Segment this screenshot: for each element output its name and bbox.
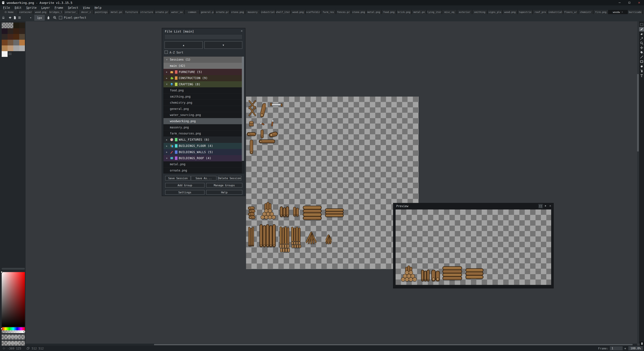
menu-file[interactable]: File [1, 6, 12, 10]
chevron-right-icon[interactable]: ▶ [165, 151, 168, 153]
palette-color[interactable] [8, 34, 14, 40]
palette-color[interactable] [13, 28, 19, 34]
list-row-buildings-roof-4-[interactable]: ▼BUILDINGS_ROOF (4) [164, 155, 242, 161]
palette-color[interactable] [8, 23, 14, 28]
file-row-ornate-png[interactable]: ornate.png [164, 167, 242, 173]
vertical-scrollbar-thumb[interactable] [637, 74, 639, 151]
gradient-picker-dot[interactable] [1, 271, 3, 273]
tab-brick-png[interactable]: brick.png [396, 10, 412, 14]
tab-furniture[interactable]: furniture [124, 10, 139, 14]
palette-color[interactable] [19, 28, 25, 34]
tab-wood-png[interactable]: wood.png [291, 10, 306, 14]
list-row-buildings-floor-4-[interactable]: ▶BUILDINGS_FLOOR (4) [164, 143, 242, 149]
palette-color[interactable] [2, 51, 8, 57]
document-icon[interactable] [13, 16, 17, 20]
tool-text[interactable] [639, 73, 644, 78]
tool-eraser[interactable] [639, 32, 644, 36]
play-icon[interactable] [544, 205, 547, 207]
save-as--button[interactable]: Save As... [191, 176, 216, 181]
pixel-perfect-checkbox[interactable] [59, 16, 62, 19]
list-row-main-42-[interactable]: main (42) [164, 63, 242, 69]
tab-structure[interactable]: structure [139, 10, 154, 14]
tab-smithing[interactable]: smithing [472, 10, 487, 14]
tool-bucket[interactable] [639, 50, 644, 55]
list-row-sessions-1-[interactable]: ▼Sessions (1) [164, 57, 242, 63]
palette-color[interactable] [19, 46, 25, 51]
chevron-down-icon[interactable]: ▼ [165, 83, 168, 86]
list-row-wall-fixtures-6-[interactable]: ▶WALL_FIXTURES (6) [164, 137, 242, 143]
tab-stone-png[interactable]: stone.png [230, 10, 245, 14]
chevron-right-icon[interactable]: ▶ [165, 71, 168, 73]
tool-contour[interactable] [639, 64, 644, 69]
brush-size-button[interactable]: 1px [34, 15, 45, 21]
chevron-right-icon[interactable]: ▶ [165, 145, 168, 147]
tab-barricade[interactable]: barricade [628, 10, 642, 14]
preview-canvas[interactable] [396, 209, 551, 285]
tab-interior-[interactable]: interior_ [64, 10, 78, 14]
tab-decor-c[interactable]: decor_c [79, 10, 94, 14]
file-row-chemistry-png[interactable]: chemistry.png [164, 100, 242, 106]
menu-view[interactable]: View [80, 6, 92, 10]
list-row-furniture-5-[interactable]: ▶FURNITURE (5) [164, 69, 242, 75]
fit-screen-icon[interactable] [538, 204, 543, 208]
tool-rectangle[interactable] [639, 59, 644, 64]
preview-close-icon[interactable] [549, 205, 552, 207]
palette-color[interactable] [2, 34, 8, 40]
file-row-general-png[interactable]: general.png [164, 106, 242, 112]
close-button[interactable] [634, 0, 644, 6]
tab-food-png[interactable]: food.png [382, 10, 396, 14]
palette-color[interactable] [13, 34, 19, 40]
palette-color[interactable] [2, 28, 8, 34]
file-row-masonry-png[interactable]: masonry.png [164, 124, 242, 131]
foreground-color-swatch[interactable]: #000000 [2, 334, 25, 339]
save-session-button[interactable]: Save Session [165, 176, 191, 181]
zoom-input[interactable]: 100.0% [628, 346, 643, 350]
palette-color[interactable] [13, 23, 19, 28]
palette-color[interactable] [19, 40, 25, 46]
tab-misc-eq[interactable]: misc_eq [442, 10, 457, 14]
tab-roof-pro[interactable]: roof_pro [533, 10, 548, 14]
tab-counters[interactable]: counters [643, 10, 644, 14]
tab-bridges-l[interactable]: bridges_l [48, 10, 63, 14]
menu-select[interactable]: Select [66, 6, 80, 10]
menu-frame[interactable]: Frame [52, 6, 66, 10]
palette-color[interactable] [2, 40, 8, 46]
tab-common[interactable]: common [185, 10, 200, 14]
alpha-slider[interactable] [2, 330, 25, 333]
alpha-picker-dot[interactable] [24, 331, 26, 333]
tool-pencil[interactable] [639, 27, 644, 32]
list-row-buildings-walls-5-[interactable]: ▶BUILDINGS_WALLS (5) [164, 149, 242, 155]
timeline-toggle-icon[interactable] [640, 341, 644, 345]
hue-slider[interactable] [2, 327, 25, 330]
tab-masonry[interactable]: masonry [245, 10, 260, 14]
tab-industrial[interactable]: industrial [548, 10, 563, 14]
dialog-close-icon[interactable] [240, 30, 243, 32]
menu-layer[interactable]: Layer [39, 6, 52, 10]
list-row-construction-9-[interactable]: ▶CONSTRUCTION (9) [164, 75, 242, 81]
tab-farm-res[interactable]: farm_res [321, 10, 336, 14]
file-row-smithing-png[interactable]: smithing.png [164, 94, 242, 100]
tab-floors-ur[interactable]: floors_ur [563, 10, 578, 14]
palette-color[interactable] [8, 40, 14, 46]
tab-metal-pn[interactable]: metal.pn [109, 10, 124, 14]
tab-metal-png[interactable]: metal.png [366, 10, 381, 14]
file-row-woodworking-png[interactable]: woodworking.png [164, 118, 242, 124]
tool-zoom[interactable] [639, 41, 644, 45]
tab-home[interactable]: Home [0, 10, 18, 14]
tab-chemistr[interactable]: chemistr [578, 10, 593, 14]
palette-resize-bar[interactable] [2, 268, 25, 269]
file-row-metal-png[interactable]: metal.png [164, 161, 242, 168]
tab-metal-pn[interactable]: metal.pn [412, 10, 426, 14]
move-down-button[interactable]: ▼ [204, 41, 242, 49]
tab-fire-png[interactable]: fire.png [593, 10, 608, 14]
sprite-canvas[interactable] [246, 97, 419, 269]
tab-fences-pr[interactable]: fences.pr [336, 10, 351, 14]
vertical-scrollbar[interactable] [637, 21, 639, 343]
menu-lines-icon[interactable] [18, 16, 22, 20]
tab-shelf-iter[interactable]: shelf_iter [276, 10, 290, 14]
tab-industrial[interactable]: industrial [260, 10, 275, 14]
tab-lying-iter[interactable]: lying_iter [427, 10, 442, 14]
minimize-button[interactable] [615, 0, 624, 6]
frame-increment-button[interactable]: + [624, 347, 626, 350]
maximize-button[interactable] [624, 0, 634, 6]
